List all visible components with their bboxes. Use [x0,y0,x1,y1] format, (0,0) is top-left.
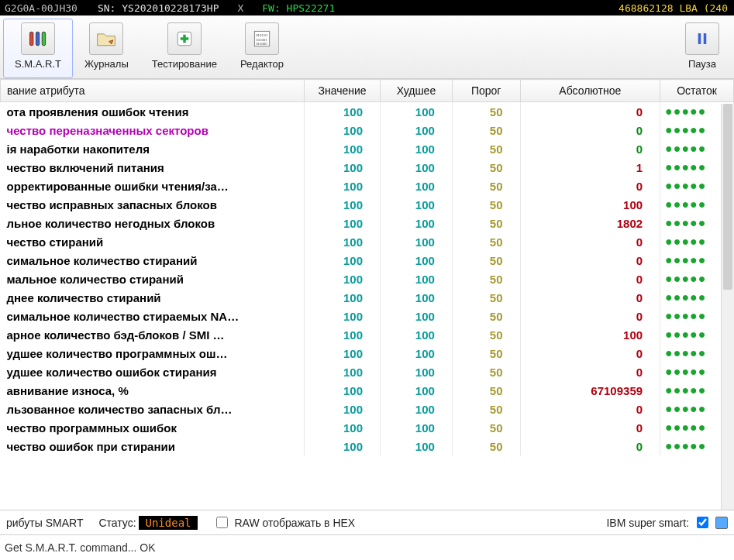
svg-text:010110: 010110 [256,33,267,37]
attr-name-cell: удшее количество программных ош… [1,344,305,362]
table-row[interactable]: чество программных ошибок100100500●●●●● [1,418,734,437]
table-row[interactable]: симальное количество стираний100100500●●… [1,251,734,270]
pause-icon [685,22,719,55]
table-row[interactable]: арное количество бэд-блоков / SMI …10010… [1,325,734,344]
log-line: Get S.M.A.R.T. command... OK [5,541,156,554]
status-value: Unideal [139,516,197,530]
svg-rect-0 [29,32,33,46]
table-row[interactable]: днее количество стираний100100500●●●●● [1,288,734,307]
ibm-super-smart-checkbox[interactable] [697,517,708,528]
attr-worst-cell: 100 [381,214,453,232]
attr-absolute-cell: 0 [520,400,660,418]
attr-value-cell: 100 [305,381,381,400]
attr-absolute-cell: 1 [520,158,660,177]
attr-absolute-cell: 100 [520,325,660,344]
attr-thresh-cell: 50 [452,418,520,437]
attr-thresh-cell: 50 [452,270,520,288]
attr-name-cell: чество ошибок при стирании [1,437,305,455]
attr-name-cell: ія наработки накопителя [1,139,305,158]
svg-rect-10 [698,33,701,44]
attr-absolute-cell: 0 [520,121,660,139]
folder-icon [89,22,123,55]
attr-name-cell: мальное количество стираний [1,270,305,288]
attr-absolute-cell: 0 [520,102,660,121]
table-row[interactable]: чество стираний100100500●●●●● [1,232,734,251]
attr-worst-cell: 100 [381,325,453,344]
ibm-color-swatch[interactable] [715,517,728,529]
attr-worst-cell: 100 [381,139,453,158]
close-icon[interactable]: X [234,2,246,14]
attr-name-cell: симальное количество стираемых NA… [1,307,305,325]
attr-worst-cell: 100 [381,195,453,214]
attr-worst-cell: 100 [381,232,453,251]
smart-attributes-table: вание атрибута Значение Худшее Порог Абс… [0,79,734,455]
table-row[interactable]: авнивание износа, %1001005067109359●●●●● [1,381,734,400]
col-name[interactable]: вание атрибута [1,80,305,102]
attr-thresh-cell: 50 [452,158,520,177]
col-remain[interactable]: Остаток [660,80,734,102]
svg-rect-2 [42,32,45,46]
attr-thresh-cell: 50 [452,139,520,158]
tab-smart-attributes[interactable]: рибуты SMART [6,517,83,529]
table-row[interactable]: чество исправных запасных блоков10010050… [1,195,734,214]
attr-value-cell: 100 [305,177,381,195]
raw-hex-checkbox-label[interactable]: RAW отображать в HEX [213,514,356,531]
attr-thresh-cell: 50 [452,400,520,418]
attr-thresh-cell: 50 [452,288,520,307]
attr-name-cell: днее количество стираний [1,288,305,307]
svg-rect-1 [36,32,39,46]
attr-name-cell: арное количество бэд-блоков / SMI … [1,325,305,344]
table-row[interactable]: ота проявления ошибок чтения100100500●●●… [1,102,734,121]
col-absolute[interactable]: Абсолютное [520,80,660,102]
attr-value-cell: 100 [305,400,381,418]
binary-icon: 010110 101001 010000 [245,22,279,55]
attr-absolute-cell: 0 [520,251,660,270]
attr-worst-cell: 100 [381,362,453,381]
attr-worst-cell: 100 [381,437,453,455]
table-row[interactable]: ія наработки накопителя100100500●●●●● [1,139,734,158]
attr-name-cell: чество программных ошибок [1,418,305,437]
attr-worst-cell: 100 [381,177,453,195]
journals-button[interactable]: Журналы [73,19,140,78]
attr-name-cell: льное количество негодных блоков [1,214,305,232]
attr-absolute-cell: 0 [520,139,660,158]
col-thresh[interactable]: Порог [452,80,520,102]
table-row[interactable]: орректированные ошибки чтения/за…1001005… [1,177,734,195]
attr-name-cell: ота проявления ошибок чтения [1,102,305,121]
table-row[interactable]: льное количество негодных блоков10010050… [1,214,734,232]
attr-name-cell: льзованное количество запасных бл… [1,400,305,418]
table-row[interactable]: чество переназначенных секторов100100500… [1,121,734,139]
attr-thresh-cell: 50 [452,307,520,325]
col-value[interactable]: Значение [305,80,381,102]
editor-button[interactable]: 010110 101001 010000 Редактор [229,19,295,78]
raw-hex-checkbox[interactable] [216,517,228,528]
scrollbar-thumb[interactable] [723,104,732,290]
attr-absolute-cell: 0 [520,437,660,455]
attr-worst-cell: 100 [381,121,453,139]
pause-button-label: Пауза [688,58,716,70]
attr-name-cell: симальное количество стираний [1,251,305,270]
testing-button[interactable]: Тестирование [140,19,229,78]
table-row[interactable]: удшее количество ошибок стирания10010050… [1,362,734,381]
attr-thresh-cell: 50 [452,232,520,251]
table-row[interactable]: чество включений питания100100501●●●●● [1,158,734,177]
attr-value-cell: 100 [305,325,381,344]
status-bar: рибуты SMART Статус: Unideal RAW отображ… [0,510,734,535]
table-row[interactable]: мальное количество стираний100100500●●●●… [1,270,734,288]
smart-button[interactable]: S.M.A.R.T [3,19,73,78]
testing-button-label: Тестирование [152,58,217,70]
table-row[interactable]: чество ошибок при стирании100100500●●●●● [1,437,734,455]
smart-tubes-icon [21,22,55,55]
table-row[interactable]: симальное количество стираемых NA…100100… [1,307,734,325]
vertical-scrollbar[interactable] [721,104,734,510]
attr-worst-cell: 100 [381,251,453,270]
attr-absolute-cell: 67109359 [520,381,660,400]
attr-worst-cell: 100 [381,158,453,177]
pause-button[interactable]: Пауза [674,19,731,78]
attr-name-cell: чество стираний [1,232,305,251]
table-row[interactable]: удшее количество программных ош…10010050… [1,344,734,362]
col-worst[interactable]: Худшее [381,80,453,102]
table-row[interactable]: льзованное количество запасных бл…100100… [1,400,734,418]
attr-absolute-cell: 0 [520,288,660,307]
journals-button-label: Журналы [84,58,129,70]
